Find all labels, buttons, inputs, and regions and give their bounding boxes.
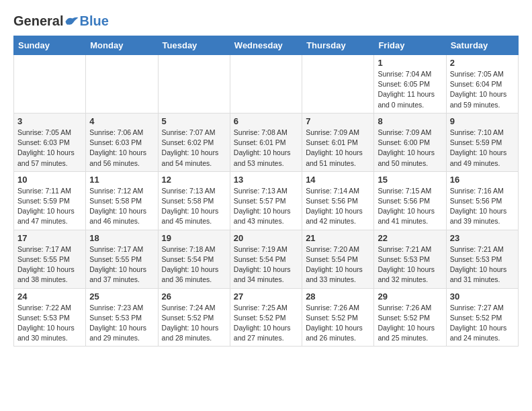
day-info: Sunrise: 7:11 AMSunset: 5:59 PMDaylight:… (17, 186, 82, 227)
day-number: 11 (89, 175, 154, 185)
day-number: 6 (234, 116, 298, 126)
calendar-cell: 8Sunrise: 7:09 AMSunset: 6:00 PMDaylight… (374, 113, 446, 171)
weekday-header: Monday (86, 36, 158, 55)
day-info: Sunrise: 7:07 AMSunset: 6:02 PMDaylight:… (162, 128, 226, 169)
calendar-week-row: 17Sunrise: 7:17 AMSunset: 5:55 PMDayligh… (14, 230, 519, 288)
calendar-cell: 25Sunrise: 7:23 AMSunset: 5:53 PMDayligh… (86, 288, 158, 347)
day-info: Sunrise: 7:25 AMSunset: 5:52 PMDaylight:… (234, 303, 298, 344)
weekday-header: Tuesday (158, 36, 230, 55)
calendar-cell: 28Sunrise: 7:26 AMSunset: 5:52 PMDayligh… (302, 288, 374, 347)
calendar-cell: 24Sunrise: 7:22 AMSunset: 5:53 PMDayligh… (14, 288, 86, 347)
day-info: Sunrise: 7:04 AMSunset: 6:05 PMDaylight:… (378, 69, 442, 110)
day-info: Sunrise: 7:09 AMSunset: 6:00 PMDaylight:… (378, 128, 442, 169)
day-info: Sunrise: 7:21 AMSunset: 5:53 PMDaylight:… (378, 244, 442, 285)
day-number: 20 (234, 233, 298, 243)
day-number: 14 (306, 175, 370, 185)
calendar-cell: 11Sunrise: 7:12 AMSunset: 5:58 PMDayligh… (86, 171, 158, 230)
calendar-cell: 30Sunrise: 7:27 AMSunset: 5:52 PMDayligh… (446, 288, 518, 347)
day-number: 17 (17, 233, 82, 243)
calendar-cell: 15Sunrise: 7:15 AMSunset: 5:56 PMDayligh… (374, 171, 446, 230)
day-number: 2 (450, 58, 515, 68)
calendar-cell: 14Sunrise: 7:14 AMSunset: 5:56 PMDayligh… (302, 171, 374, 230)
day-info: Sunrise: 7:23 AMSunset: 5:53 PMDaylight:… (89, 303, 154, 344)
day-info: Sunrise: 7:10 AMSunset: 5:59 PMDaylight:… (450, 128, 515, 169)
calendar-cell: 5Sunrise: 7:07 AMSunset: 6:02 PMDaylight… (158, 113, 230, 171)
day-number: 28 (306, 291, 370, 302)
logo-bird-icon (64, 15, 79, 28)
weekday-header: Friday (374, 36, 446, 55)
calendar-cell: 12Sunrise: 7:13 AMSunset: 5:58 PMDayligh… (158, 171, 230, 230)
day-number: 1 (378, 58, 442, 68)
day-info: Sunrise: 7:08 AMSunset: 6:01 PMDaylight:… (234, 128, 298, 169)
calendar-cell: 1Sunrise: 7:04 AMSunset: 6:05 PMDaylight… (374, 55, 446, 113)
logo-blue-text: Blue (79, 13, 108, 29)
weekday-header: Sunday (14, 36, 86, 55)
calendar-cell: 2Sunrise: 7:05 AMSunset: 6:04 PMDaylight… (446, 55, 518, 113)
calendar-cell: 22Sunrise: 7:21 AMSunset: 5:53 PMDayligh… (374, 230, 446, 288)
calendar-cell: 16Sunrise: 7:16 AMSunset: 5:56 PMDayligh… (446, 171, 518, 230)
day-number: 19 (162, 233, 226, 243)
calendar-cell: 26Sunrise: 7:24 AMSunset: 5:52 PMDayligh… (158, 288, 230, 347)
day-info: Sunrise: 7:14 AMSunset: 5:56 PMDaylight:… (306, 186, 370, 227)
calendar-cell: 17Sunrise: 7:17 AMSunset: 5:55 PMDayligh… (14, 230, 86, 288)
calendar-cell: 13Sunrise: 7:13 AMSunset: 5:57 PMDayligh… (230, 171, 302, 230)
calendar-cell: 27Sunrise: 7:25 AMSunset: 5:52 PMDayligh… (230, 288, 302, 347)
day-info: Sunrise: 7:05 AMSunset: 6:04 PMDaylight:… (450, 69, 515, 110)
calendar-week-row: 3Sunrise: 7:05 AMSunset: 6:03 PMDaylight… (14, 113, 519, 171)
calendar-cell: 3Sunrise: 7:05 AMSunset: 6:03 PMDaylight… (14, 113, 86, 171)
day-number: 12 (162, 175, 226, 185)
day-info: Sunrise: 7:20 AMSunset: 5:54 PMDaylight:… (306, 244, 370, 285)
day-info: Sunrise: 7:06 AMSunset: 6:03 PMDaylight:… (89, 128, 154, 169)
day-number: 30 (450, 291, 515, 302)
weekday-header: Thursday (302, 36, 374, 55)
day-info: Sunrise: 7:09 AMSunset: 6:01 PMDaylight:… (306, 128, 370, 169)
calendar-cell (158, 55, 230, 113)
day-number: 23 (450, 233, 515, 243)
day-number: 9 (450, 116, 515, 126)
day-number: 10 (17, 175, 82, 185)
day-info: Sunrise: 7:18 AMSunset: 5:54 PMDaylight:… (162, 244, 226, 285)
day-info: Sunrise: 7:21 AMSunset: 5:53 PMDaylight:… (450, 244, 515, 285)
calendar-cell: 10Sunrise: 7:11 AMSunset: 5:59 PMDayligh… (14, 171, 86, 230)
day-info: Sunrise: 7:15 AMSunset: 5:56 PMDaylight:… (378, 186, 442, 227)
day-number: 21 (306, 233, 370, 243)
day-number: 7 (306, 116, 370, 126)
day-number: 4 (89, 116, 154, 126)
calendar-cell: 20Sunrise: 7:19 AMSunset: 5:54 PMDayligh… (230, 230, 302, 288)
weekday-header: Saturday (446, 36, 518, 55)
day-info: Sunrise: 7:13 AMSunset: 5:58 PMDaylight:… (162, 186, 226, 227)
day-info: Sunrise: 7:05 AMSunset: 6:03 PMDaylight:… (17, 128, 82, 169)
day-info: Sunrise: 7:26 AMSunset: 5:52 PMDaylight:… (378, 303, 442, 344)
calendar-cell: 18Sunrise: 7:17 AMSunset: 5:55 PMDayligh… (86, 230, 158, 288)
calendar-week-row: 1Sunrise: 7:04 AMSunset: 6:05 PMDaylight… (14, 55, 519, 113)
day-info: Sunrise: 7:12 AMSunset: 5:58 PMDaylight:… (89, 186, 154, 227)
day-info: Sunrise: 7:16 AMSunset: 5:56 PMDaylight:… (450, 186, 515, 227)
calendar-cell: 29Sunrise: 7:26 AMSunset: 5:52 PMDayligh… (374, 288, 446, 347)
day-number: 3 (17, 116, 82, 126)
calendar-cell (14, 55, 86, 113)
day-info: Sunrise: 7:24 AMSunset: 5:52 PMDaylight:… (162, 303, 226, 344)
calendar-week-row: 10Sunrise: 7:11 AMSunset: 5:59 PMDayligh… (14, 171, 519, 230)
day-info: Sunrise: 7:17 AMSunset: 5:55 PMDaylight:… (17, 244, 82, 285)
weekday-header: Wednesday (230, 36, 302, 55)
day-number: 24 (17, 291, 82, 302)
day-number: 27 (234, 291, 298, 302)
day-info: Sunrise: 7:17 AMSunset: 5:55 PMDaylight:… (89, 244, 154, 285)
day-info: Sunrise: 7:19 AMSunset: 5:54 PMDaylight:… (234, 244, 298, 285)
day-number: 8 (378, 116, 442, 126)
calendar-cell: 9Sunrise: 7:10 AMSunset: 5:59 PMDaylight… (446, 113, 518, 171)
calendar-cell: 6Sunrise: 7:08 AMSunset: 6:01 PMDaylight… (230, 113, 302, 171)
calendar-table: SundayMondayTuesdayWednesdayThursdayFrid… (13, 36, 519, 347)
day-number: 25 (89, 291, 154, 302)
calendar-cell: 19Sunrise: 7:18 AMSunset: 5:54 PMDayligh… (158, 230, 230, 288)
day-number: 22 (378, 233, 442, 243)
day-info: Sunrise: 7:26 AMSunset: 5:52 PMDaylight:… (306, 303, 370, 344)
day-number: 13 (234, 175, 298, 185)
day-info: Sunrise: 7:27 AMSunset: 5:52 PMDaylight:… (450, 303, 515, 344)
logo-general-text: General (13, 13, 63, 29)
day-number: 16 (450, 175, 515, 185)
calendar-cell: 21Sunrise: 7:20 AMSunset: 5:54 PMDayligh… (302, 230, 374, 288)
calendar-week-row: 24Sunrise: 7:22 AMSunset: 5:53 PMDayligh… (14, 288, 519, 347)
calendar-cell (302, 55, 374, 113)
day-number: 29 (378, 291, 442, 302)
